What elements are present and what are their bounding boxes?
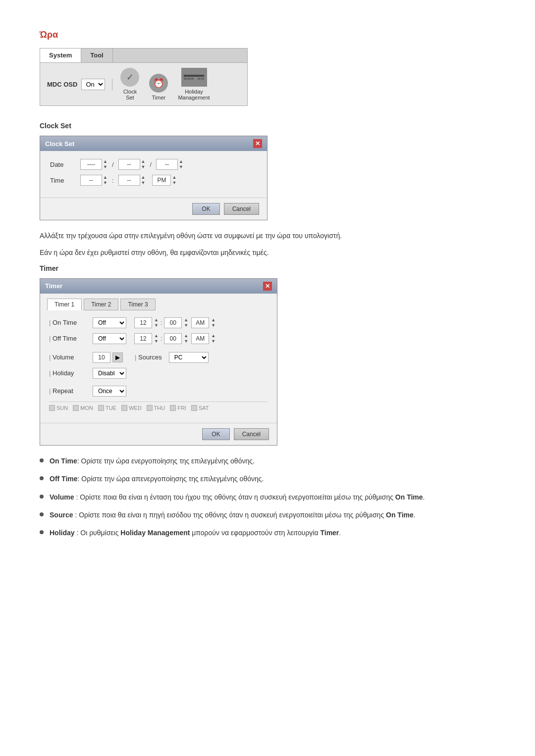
date-spin3-arrows[interactable]: ▲ ▼ — [179, 159, 183, 170]
off-time-ampm-arrows[interactable]: ▲ ▼ — [211, 333, 215, 344]
section-title: Ώρα — [40, 30, 495, 40]
timer-body: | On Time Off On 12 ▲ ▼ : 00 ▲ — [40, 310, 277, 423]
clock-dialog-titlebar: Clock Set ✕ — [40, 136, 267, 151]
on-time-ampm-arrows[interactable]: ▲ ▼ — [211, 317, 215, 328]
on-hour-up[interactable]: ▲ — [154, 317, 159, 323]
on-time-hour-arrows[interactable]: ▲ ▼ — [154, 317, 159, 328]
ampm-arrows[interactable]: ▲ ▼ — [172, 175, 176, 186]
day-wed[interactable]: WED — [121, 405, 142, 411]
timer-dialog: Timer ✕ Timer 1 Timer 2 Timer 3 | On Tim… — [40, 278, 277, 446]
day-mon-checkbox[interactable] — [73, 405, 79, 411]
off-time-min-arrows[interactable]: ▲ ▼ — [184, 333, 188, 344]
off-time-sep: : — [160, 335, 162, 342]
tab-tool[interactable]: Tool — [81, 49, 112, 62]
date-val1: ---- — [87, 161, 95, 168]
clock-set-section-label: Clock Set — [40, 122, 495, 130]
day-wed-checkbox[interactable] — [121, 405, 127, 411]
holiday-label: | Holiday — [49, 369, 89, 377]
date-spin2: -- ▲ ▼ — [118, 159, 146, 170]
time-spin2-arrows[interactable]: ▲ ▼ — [141, 175, 146, 186]
day-sat-checkbox[interactable] — [191, 405, 197, 411]
volume-increase-button[interactable]: ▶ — [112, 353, 123, 362]
ampm-up[interactable]: ▲ — [172, 175, 176, 180]
day-fri[interactable]: FRI — [170, 405, 186, 411]
date-spin2-up[interactable]: ▲ — [141, 159, 146, 164]
timer-close-button[interactable]: ✕ — [263, 282, 272, 291]
holiday-select[interactable]: Disable Enable — [93, 368, 126, 379]
off-time-min-box: 00 — [164, 333, 182, 344]
clock-close-button[interactable]: ✕ — [253, 139, 262, 148]
mdc-select[interactable]: On Off — [81, 79, 105, 90]
holiday-icon-item[interactable]: Holiday Management — [178, 68, 210, 101]
time-spin1-up[interactable]: ▲ — [103, 175, 107, 180]
bullet-dot-3 — [40, 495, 44, 499]
date-sep2: / — [150, 161, 152, 168]
day-thu[interactable]: THU — [147, 405, 165, 411]
bullet-on-time: On Time: Ορίστε την ώρα ενεργοποίησης τη… — [40, 455, 495, 466]
on-time-select[interactable]: Off On — [93, 317, 126, 328]
timer-dialog-title: Timer — [45, 282, 62, 290]
day-thu-checkbox[interactable] — [147, 405, 153, 411]
timer-cancel-button[interactable]: Cancel — [234, 428, 269, 440]
clock-ok-button[interactable]: OK — [192, 203, 219, 215]
clock-set-label: Clock Set — [123, 89, 137, 101]
day-mon[interactable]: MON — [73, 405, 93, 411]
day-tue[interactable]: TUE — [98, 405, 116, 411]
date-spin1-arrows[interactable]: ▲ ▼ — [103, 159, 107, 170]
volume-label: | Volume — [49, 353, 89, 361]
date-val3-box: -- — [156, 159, 178, 170]
off-ampm-down[interactable]: ▼ — [211, 339, 215, 344]
on-time-min-arrows[interactable]: ▲ ▼ — [184, 317, 188, 328]
off-hour-down[interactable]: ▼ — [154, 339, 159, 344]
tab-system[interactable]: System — [40, 49, 81, 62]
repeat-select[interactable]: Once Everyday Mon-Fri Mon-Sat Sat-Sun Ma… — [93, 386, 126, 397]
bullet-dot-2 — [40, 476, 44, 480]
clock-dialog: Clock Set ✕ Date ---- ▲ ▼ / -- ▲ — [40, 136, 268, 220]
off-ampm-up[interactable]: ▲ — [211, 333, 215, 339]
on-min-down[interactable]: ▼ — [184, 323, 188, 328]
time-spin2-down[interactable]: ▼ — [141, 180, 146, 186]
off-min-down[interactable]: ▼ — [184, 339, 188, 344]
timer-tab-2[interactable]: Timer 2 — [84, 299, 118, 310]
time-val2: -- — [127, 177, 131, 184]
repeat-row: | Repeat Once Everyday Mon-Fri Mon-Sat S… — [49, 386, 268, 397]
on-ampm-down[interactable]: ▼ — [211, 323, 215, 328]
time-spin1-down[interactable]: ▼ — [103, 180, 107, 186]
off-time-hour-box: 12 — [134, 333, 152, 344]
date-spin1-up[interactable]: ▲ — [103, 159, 107, 164]
system-body: MDC OSD On Off ✓ Clock Set ⏰ Timer — [40, 63, 247, 105]
clock-set-icon-item[interactable]: ✓ Clock Set — [120, 68, 139, 101]
time-val1: -- — [89, 177, 93, 184]
date-spin3-up[interactable]: ▲ — [179, 159, 183, 164]
on-min-up[interactable]: ▲ — [184, 317, 188, 323]
day-fri-checkbox[interactable] — [170, 405, 176, 411]
timer-tab-1[interactable]: Timer 1 — [47, 299, 82, 310]
time-spin1-arrows[interactable]: ▲ ▼ — [103, 175, 107, 186]
on-time-hour-box: 12 — [134, 317, 152, 328]
on-time-spin-group: 12 ▲ ▼ : 00 ▲ ▼ AM ▲ ▼ — [134, 317, 215, 328]
on-hour-down[interactable]: ▼ — [154, 323, 159, 328]
volume-val-box: 10 — [93, 352, 110, 363]
off-min-up[interactable]: ▲ — [184, 333, 188, 339]
off-time-hour-arrows[interactable]: ▲ ▼ — [154, 333, 159, 344]
day-sun[interactable]: SUN — [49, 405, 68, 411]
timer-tab-3[interactable]: Timer 3 — [120, 299, 155, 310]
clock-cancel-button[interactable]: Cancel — [224, 203, 259, 215]
day-sun-checkbox[interactable] — [49, 405, 55, 411]
off-time-select[interactable]: Off On — [93, 333, 126, 344]
source-select[interactable]: PC HDMI AV — [169, 352, 209, 363]
ampm-down[interactable]: ▼ — [172, 180, 176, 186]
date-spin1-down[interactable]: ▼ — [103, 164, 107, 170]
date-spin2-arrows[interactable]: ▲ ▼ — [141, 159, 146, 170]
time-spin2-up[interactable]: ▲ — [141, 175, 146, 180]
timer-ok-button[interactable]: OK — [202, 428, 229, 440]
timer-icon-item[interactable]: ⏰ Timer — [149, 74, 168, 101]
day-tue-checkbox[interactable] — [98, 405, 104, 411]
off-hour-up[interactable]: ▲ — [154, 333, 159, 339]
ampm-group: PM ▲ ▼ — [152, 175, 176, 186]
day-sat[interactable]: SAT — [191, 405, 209, 411]
on-time-ampm-box: AM — [191, 317, 209, 328]
date-spin3-down[interactable]: ▼ — [179, 164, 183, 170]
on-ampm-up[interactable]: ▲ — [211, 317, 215, 323]
date-spin2-down[interactable]: ▼ — [141, 164, 146, 170]
